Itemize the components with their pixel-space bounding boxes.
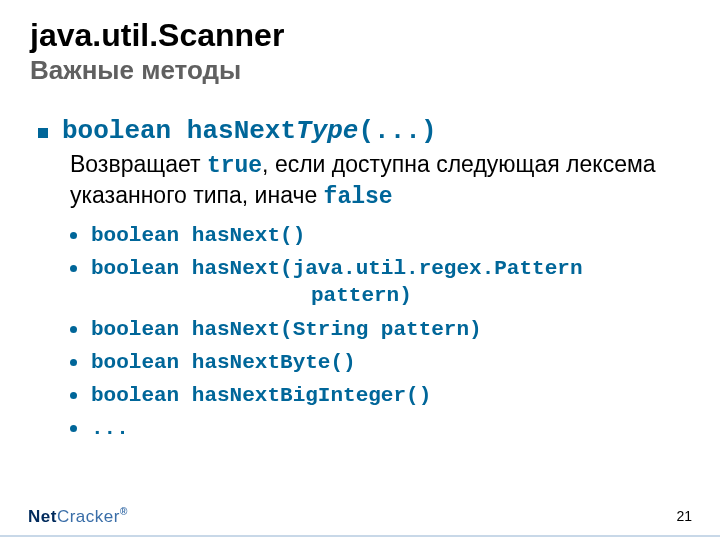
logo-registered: ®: [120, 506, 128, 517]
method-variants-list: boolean hasNext() boolean hasNext(java.u…: [70, 222, 690, 443]
dot-bullet-icon: [70, 359, 77, 366]
slide-title: java.util.Scanner: [30, 18, 690, 53]
slide-content: boolean hasNextType(...) Возвращает true…: [30, 116, 690, 443]
variant-code: boolean hasNext(java.util.regex.Pattern …: [91, 255, 582, 310]
square-bullet-icon: [38, 128, 48, 138]
main-bullet: boolean hasNextType(...): [38, 116, 690, 146]
variant-code: boolean hasNext(String pattern): [91, 316, 482, 343]
slide-subtitle: Важные методы: [30, 55, 690, 86]
page-number: 21: [676, 508, 692, 524]
variant-code: boolean hasNext(): [91, 222, 305, 249]
netcracker-logo: NetCracker®: [28, 506, 128, 527]
variant-code: boolean hasNextByte(): [91, 349, 356, 376]
dot-bullet-icon: [70, 265, 77, 272]
variant-ellipsis: ...: [91, 415, 129, 442]
variant-line: boolean hasNext(java.util.regex.Pattern: [91, 257, 582, 280]
dot-bullet-icon: [70, 425, 77, 432]
method-description: Возвращает true, если доступна следующая…: [70, 150, 690, 212]
variant-code: boolean hasNextBigInteger(): [91, 382, 431, 409]
dot-bullet-icon: [70, 392, 77, 399]
desc-false: false: [324, 184, 393, 210]
list-item: boolean hasNext(java.util.regex.Pattern …: [70, 255, 690, 310]
sig-type-param: Type: [296, 116, 358, 146]
desc-true: true: [207, 153, 262, 179]
logo-net: Net: [28, 506, 57, 525]
logo-cracker: Cracker: [57, 506, 120, 525]
method-signature: boolean hasNextType(...): [62, 116, 436, 146]
dot-bullet-icon: [70, 232, 77, 239]
list-item: boolean hasNext(String pattern): [70, 316, 690, 343]
footer-divider: [0, 535, 720, 537]
list-item: boolean hasNextBigInteger(): [70, 382, 690, 409]
variant-continuation: pattern): [91, 282, 582, 309]
list-item: boolean hasNext(): [70, 222, 690, 249]
sig-suffix: (...): [358, 116, 436, 146]
list-item: boolean hasNextByte(): [70, 349, 690, 376]
sig-prefix: boolean hasNext: [62, 116, 296, 146]
list-item: ...: [70, 415, 690, 442]
desc-text-1: Возвращает: [70, 151, 207, 177]
dot-bullet-icon: [70, 326, 77, 333]
slide-footer: NetCracker® 21: [0, 498, 720, 540]
